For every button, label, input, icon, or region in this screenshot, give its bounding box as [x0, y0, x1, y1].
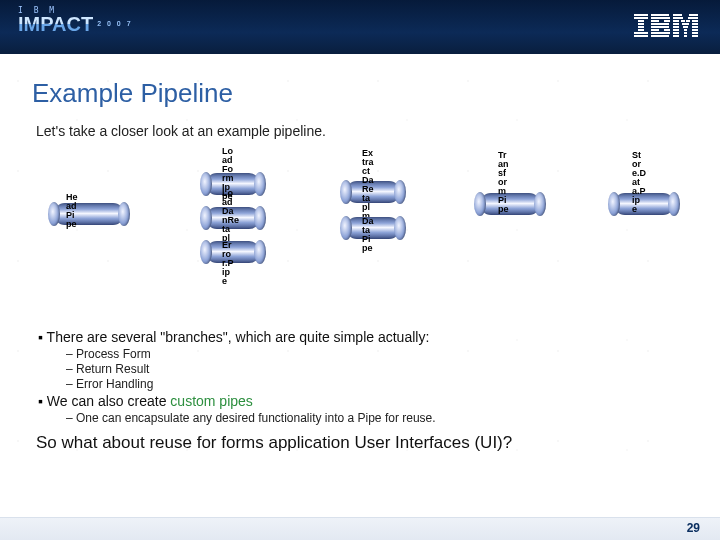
svg-rect-0 [634, 14, 648, 16]
pipe-extract-label: ExtractDaRetaplm [362, 149, 390, 221]
svg-rect-26 [673, 23, 679, 25]
svg-rect-7 [634, 35, 648, 37]
svg-rect-6 [634, 32, 648, 34]
bullet-branches: There are several "branches", which are … [38, 329, 688, 345]
svg-rect-13 [651, 26, 669, 28]
pipeline-diagram: HeadPipe LoadFormIppe LoadDanRetaplm Err… [36, 145, 688, 325]
svg-rect-33 [684, 29, 687, 31]
slide-header: I B M IMPACT 2 0 0 7 [0, 0, 720, 54]
svg-rect-36 [684, 32, 687, 34]
impact-logo: I B M IMPACT 2 0 0 7 [18, 6, 133, 33]
svg-rect-39 [684, 35, 687, 37]
svg-rect-10 [651, 20, 659, 22]
svg-rect-23 [681, 20, 685, 22]
svg-rect-14 [651, 29, 659, 31]
svg-rect-37 [692, 32, 698, 34]
bullet-return-result: Return Result [66, 362, 688, 376]
pipe-error-label: Error.Pipe [222, 241, 250, 286]
svg-rect-16 [651, 32, 670, 34]
pipe-store-label: Store.Data.Pipe [632, 151, 660, 214]
svg-rect-15 [664, 29, 670, 31]
svg-rect-28 [692, 23, 698, 25]
svg-rect-2 [638, 20, 644, 22]
svg-rect-18 [673, 14, 682, 16]
slide-title: Example Pipeline [32, 78, 688, 109]
svg-rect-40 [692, 35, 698, 37]
svg-rect-32 [673, 29, 679, 31]
bullet-custom-lead: We can also create [47, 393, 170, 409]
svg-rect-27 [682, 23, 689, 25]
svg-rect-25 [692, 20, 698, 22]
slide-intro: Let's take a closer look at an example p… [36, 123, 688, 139]
page-number: 29 [687, 521, 700, 535]
svg-rect-17 [651, 35, 669, 37]
svg-rect-12 [651, 23, 669, 25]
svg-rect-11 [664, 20, 670, 22]
svg-rect-19 [689, 14, 698, 16]
svg-rect-9 [651, 17, 670, 19]
svg-rect-31 [692, 26, 698, 28]
svg-rect-22 [673, 20, 679, 22]
slide-content: Example Pipeline Let's take a closer loo… [0, 54, 720, 518]
svg-rect-5 [638, 29, 644, 31]
impact-wordmark: IMPACT 2 0 0 7 [18, 15, 133, 33]
pipe-extract2-label: DataPipe [362, 217, 390, 253]
svg-rect-38 [673, 35, 679, 37]
svg-rect-4 [638, 26, 644, 28]
svg-rect-30 [683, 26, 688, 28]
svg-rect-24 [686, 20, 690, 22]
bullet-process-form: Process Form [66, 347, 688, 361]
svg-rect-21 [688, 17, 698, 19]
svg-rect-34 [692, 29, 698, 31]
slide-footer: 29 [0, 517, 720, 540]
ibm-logo [634, 14, 698, 44]
bullet-error-handling: Error Handling [66, 377, 688, 391]
bullet-custom-em: custom pipes [170, 393, 252, 409]
header-year: 2 0 0 7 [97, 15, 132, 33]
svg-rect-35 [673, 32, 679, 34]
svg-rect-8 [651, 14, 669, 16]
pipe-transform-label: TransformPipe [498, 151, 526, 214]
svg-rect-1 [634, 17, 648, 19]
bullet-list: There are several "branches", which are … [32, 329, 688, 425]
slide-body-bg: Example Pipeline Let's take a closer loo… [0, 54, 720, 518]
svg-rect-29 [673, 26, 679, 28]
svg-rect-20 [673, 17, 683, 19]
svg-rect-3 [638, 23, 644, 25]
slide-closer: So what about reuse for forms applicatio… [36, 433, 688, 453]
pipe-head-label: HeadPipe [66, 193, 94, 229]
bullet-custom-sub: One can encapsulate any desired function… [66, 411, 688, 425]
bullet-custom-pipes: We can also create custom pipes [38, 393, 688, 409]
